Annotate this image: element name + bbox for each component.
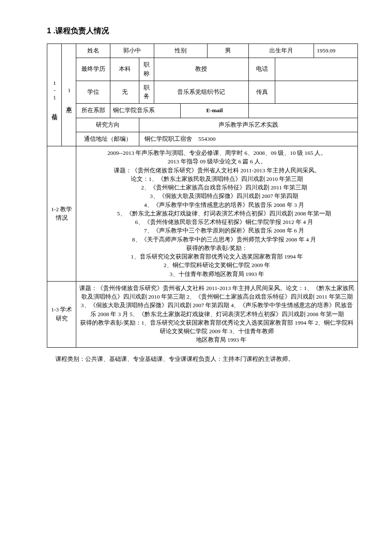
fax-label: 传真 — [248, 81, 275, 104]
s12-line: 1、音乐研究论文获国家教育部优秀论文入选奖国家教育部 1994 年 — [131, 253, 303, 260]
s12-line: 8、《关于高师声乐教学中的三点思考》贵州师范大学学报 2008 年 4 月 — [78, 235, 356, 244]
s12-line: 5、《黔东北土家族花灯戏旋律、灯词表演艺术特点初探》四川戏剧 2008 年第一期 — [78, 209, 356, 218]
section-1-3-content: 课题：《贵州传佬族音乐研究》贵州省人文社科 2011-2013 年主持人民间采风… — [76, 281, 358, 347]
research-label: 研究方向 — [76, 118, 139, 132]
s12-line: 6、《贵州传佬族民歌音乐艺术特征初探》铜仁学院学报 2012 年 4 月 — [78, 218, 356, 227]
position-value: 音乐系党组织书记 — [154, 81, 248, 104]
s12-line: 3、十佳青年教师地区教育局 1993 年 — [170, 271, 265, 277]
s13-text-c: 地区教育局 1993 年 — [187, 336, 246, 344]
degree-value: 无 — [110, 81, 139, 104]
s12-line: 3、《侗族大歌及演唱特点探微》四川戏剧 2007 年第四期 — [78, 192, 356, 200]
research-value: 声乐教学声乐艺术实践 — [139, 118, 358, 132]
phone-label: 电话 — [248, 58, 275, 81]
dept-value: 铜仁学院音乐系 — [110, 104, 181, 118]
section-1-3-label: 1-3 学术研究 — [47, 281, 76, 347]
s12-line: 2009--2013 年声乐教学与演唱、专业必修课、周学时 6、2008、09 … — [107, 150, 326, 156]
email-value — [248, 104, 357, 118]
form-table: 1-1 基信 1 本息 姓名 郭小中 性别 男 出生年月 1959.09 最终学… — [47, 44, 358, 348]
s12-line: 4、《声乐教学中学生情感意志的培养》民族音乐 2008 年 3 月 — [78, 201, 356, 209]
section-1-2-content: 2009--2013 年声乐教学与演唱、专业必修课、周学时 6、2008、09 … — [76, 146, 358, 282]
email-label: E-mail — [181, 104, 248, 118]
phone-value — [275, 58, 358, 81]
s12-line: 2、铜仁学院科研论文奖铜仁学院 2009 年 — [164, 262, 271, 268]
dept-label: 所在系部 — [76, 104, 110, 118]
section-1-2-label: 1-2 教学情况 — [47, 146, 76, 282]
s12-line: 获得的教学表彰/奖励： — [186, 245, 248, 251]
section-1-1-label-b: 1 本息 — [62, 44, 76, 146]
addr-label: 通信地址（邮编） — [76, 132, 139, 146]
edu-label: 最终学历 — [76, 58, 110, 81]
addr-value: 铜仁学院职工宿舍 554300 — [139, 132, 358, 146]
title-value: 教授 — [154, 58, 248, 81]
gender-value: 男 — [207, 44, 248, 58]
edu-value: 本科 — [110, 58, 139, 81]
birth-label: 出生年月 — [248, 44, 314, 58]
name-value: 郭小中 — [110, 44, 154, 58]
footnote: 课程类别：公共课、基础课、专业基础课、专业课课程负责人：主持本门课程的主讲教师。 — [47, 355, 358, 363]
s12-line: 2、《贵州铜仁土家族高台戏音乐特征》四川戏剧 2011 年第三期 — [78, 183, 356, 192]
s12-line: 论文：1、《黔东土家族民歌及演唱特点》四川戏剧 2010 年第三期 — [131, 176, 303, 182]
s12-line: 2013 年指导 09 级毕业论文 6 篇 6 人。 — [167, 158, 266, 165]
s12-line: 7、《声乐教学中三个教学原则的探析》民族音乐 2008 年 6 月 — [78, 227, 356, 235]
position-label: 职务 — [139, 81, 154, 104]
degree-label: 学位 — [76, 81, 110, 104]
birth-value: 1959.09 — [314, 44, 358, 58]
page-title: 1 .课程负责人情况 — [47, 26, 358, 36]
s13-text-b: 获得的教学表彰/奖励：1、音乐研究论文获国家教育部优秀论文入选奖国家教育部 19… — [80, 320, 354, 334]
title-label: 职称 — [139, 58, 154, 81]
s13-text-a: 课题：《贵州传佬族音乐研究》贵州省人文社科 2011-2013 年主持人民间采风… — [79, 285, 355, 317]
s12-line: 课题：《贵州仡佬族音乐研究》贵州省人文社科 2011-2013 年主持人民间采风… — [114, 167, 320, 174]
fax-value — [275, 81, 358, 104]
name-label: 姓名 — [76, 44, 110, 58]
section-1-1-label-a: 1-1 基信 — [47, 44, 62, 146]
gender-label: 性别 — [154, 44, 207, 58]
